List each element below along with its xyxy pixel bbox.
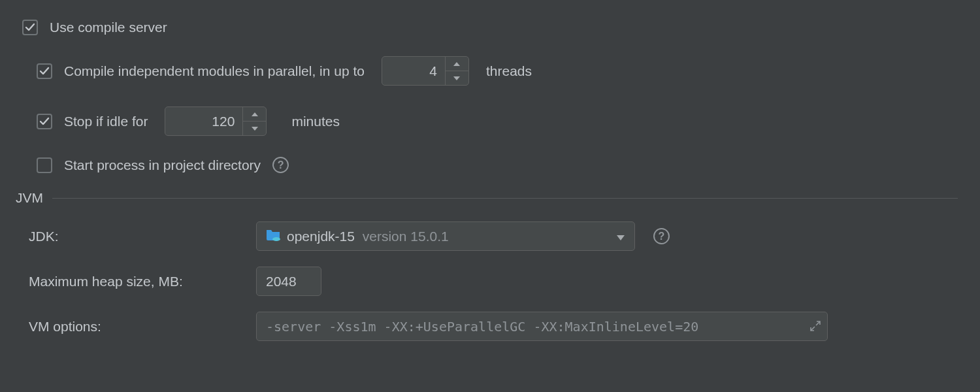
spinner-up-icon[interactable] bbox=[243, 107, 266, 122]
jdk-selected-text: openjdk-15 version 15.0.1 bbox=[287, 229, 610, 244]
spinner-down-icon[interactable] bbox=[446, 71, 468, 85]
use-compile-server-checkbox[interactable] bbox=[22, 20, 38, 35]
svg-point-4 bbox=[272, 237, 280, 241]
svg-marker-1 bbox=[453, 76, 460, 80]
parallel-threads-value[interactable]: 4 bbox=[382, 57, 445, 85]
jdk-version: version 15.0.1 bbox=[363, 229, 449, 244]
spinner-up-icon[interactable] bbox=[446, 57, 468, 71]
idle-minutes-spinner[interactable]: 120 bbox=[165, 106, 267, 136]
compile-parallel-label: Compile independent modules in parallel,… bbox=[64, 63, 365, 79]
vm-options-input[interactable]: -server -Xss1m -XX:+UseParallelGC -XX:Ma… bbox=[256, 312, 828, 341]
idle-minutes-suffix: minutes bbox=[291, 114, 340, 129]
max-heap-label: Maximum heap size, MB: bbox=[29, 274, 238, 289]
jdk-name: openjdk-15 bbox=[287, 229, 355, 244]
parallel-threads-spinner[interactable]: 4 bbox=[382, 56, 469, 86]
expand-icon[interactable] bbox=[810, 319, 821, 335]
max-heap-value: 2048 bbox=[266, 274, 297, 289]
jvm-section-label: JVM bbox=[16, 190, 43, 206]
help-icon[interactable]: ? bbox=[272, 157, 289, 173]
jdk-dropdown[interactable]: openjdk-15 version 15.0.1 bbox=[256, 221, 635, 251]
svg-marker-2 bbox=[252, 112, 258, 116]
svg-marker-5 bbox=[617, 235, 625, 240]
chevron-down-icon bbox=[616, 229, 625, 244]
spinner-down-icon[interactable] bbox=[243, 122, 266, 135]
jdk-label: JDK: bbox=[29, 229, 238, 244]
stop-idle-label: Stop if idle for bbox=[64, 114, 148, 129]
stop-idle-checkbox[interactable] bbox=[37, 114, 52, 129]
vm-options-value: -server -Xss1m -XX:+UseParallelGC -XX:Ma… bbox=[266, 319, 698, 335]
use-compile-server-label: Use compile server bbox=[50, 20, 167, 35]
svg-marker-3 bbox=[252, 127, 258, 131]
start-in-project-dir-label: Start process in project directory bbox=[64, 157, 261, 173]
parallel-threads-suffix: threads bbox=[486, 63, 532, 79]
idle-minutes-value[interactable]: 120 bbox=[165, 107, 242, 135]
svg-marker-0 bbox=[453, 62, 460, 66]
max-heap-input[interactable]: 2048 bbox=[256, 267, 321, 296]
start-in-project-dir-checkbox[interactable] bbox=[37, 157, 52, 173]
compile-parallel-checkbox[interactable] bbox=[37, 63, 52, 79]
help-icon[interactable]: ? bbox=[653, 228, 670, 244]
vm-options-label: VM options: bbox=[29, 319, 238, 335]
folder-icon bbox=[266, 228, 280, 244]
section-divider bbox=[52, 198, 958, 199]
